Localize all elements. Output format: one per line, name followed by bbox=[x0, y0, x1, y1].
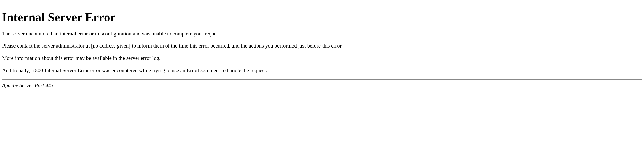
divider bbox=[2, 79, 642, 80]
server-signature: Apache Server Port 443 bbox=[2, 82, 642, 89]
error-message-1: The server encountered an internal error… bbox=[2, 30, 642, 37]
error-message-3: More information about this error may be… bbox=[2, 55, 642, 62]
error-message-4: Additionally, a 500 Internal Server Erro… bbox=[2, 67, 642, 74]
page-title: Internal Server Error bbox=[2, 10, 642, 24]
error-message-2: Please contact the server administrator … bbox=[2, 42, 642, 49]
